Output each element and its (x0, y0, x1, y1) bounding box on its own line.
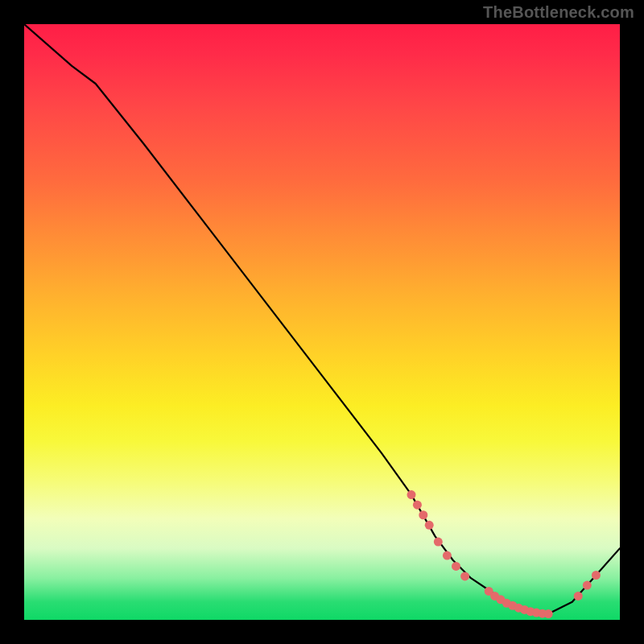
curve-marker (407, 490, 416, 499)
curve-marker (419, 510, 427, 519)
curve-marker (452, 562, 460, 571)
curve-marker (425, 521, 434, 530)
curve-marker (434, 538, 443, 547)
curve-marker (460, 572, 469, 580)
bottleneck-curve (24, 24, 620, 614)
curve-marker (413, 501, 422, 510)
plot-area (24, 24, 620, 620)
curve-marker (443, 551, 452, 560)
markers-group (407, 490, 601, 618)
curve-marker (592, 571, 601, 580)
curve-marker (574, 592, 583, 601)
curve-marker (583, 581, 592, 590)
chart-frame: TheBottleneck.com (0, 0, 644, 644)
chart-svg (24, 24, 620, 620)
curve-marker (544, 609, 553, 618)
watermark-text: TheBottleneck.com (483, 3, 634, 22)
